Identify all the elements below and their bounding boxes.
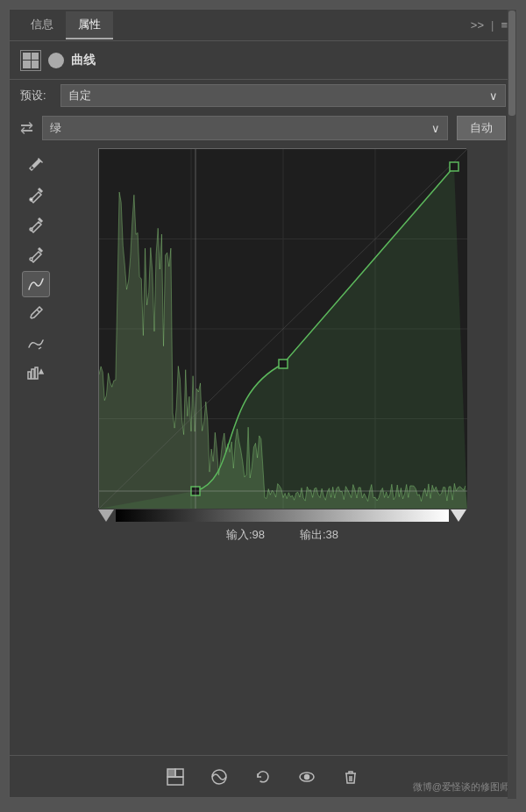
sample-tool[interactable] bbox=[22, 152, 50, 178]
input-value: 输入:98 bbox=[226, 527, 265, 543]
curve-area: 输入:98 输出:38 bbox=[55, 148, 509, 751]
svg-point-0 bbox=[30, 198, 32, 201]
curve-title-row: 曲线 bbox=[10, 41, 516, 80]
reset-button[interactable] bbox=[250, 764, 276, 790]
preset-arrow-icon: ∨ bbox=[489, 89, 498, 103]
white-point-slider[interactable] bbox=[451, 509, 466, 522]
tabs-row: 信息 属性 >> | ≡ bbox=[10, 10, 516, 41]
curve-canvas[interactable] bbox=[98, 148, 466, 508]
svg-rect-3 bbox=[28, 372, 31, 379]
svg-point-11 bbox=[305, 774, 309, 779]
watermark: 微博@爱怪谈的修图师 bbox=[413, 780, 509, 794]
io-row: 输入:98 输出:38 bbox=[98, 527, 466, 543]
curve-tool[interactable] bbox=[22, 271, 50, 297]
eye-button[interactable] bbox=[294, 764, 320, 790]
output-value: 输出:38 bbox=[300, 527, 338, 543]
channel-arrow-icon: ∨ bbox=[431, 122, 440, 135]
levels-warning-tool[interactable] bbox=[22, 360, 50, 387]
channel-select[interactable]: 绿 ∨ bbox=[42, 116, 448, 140]
svg-rect-6 bbox=[167, 769, 175, 777]
preset-row: 预设: 自定 ∨ bbox=[10, 80, 516, 111]
adjustment-grid-icon[interactable] bbox=[20, 50, 41, 71]
svg-point-2 bbox=[30, 258, 32, 260]
main-area: 输入:98 输出:38 bbox=[10, 145, 516, 755]
smooth-tool[interactable] bbox=[22, 331, 50, 357]
channel-swap-icon[interactable]: ⇄ bbox=[20, 118, 33, 138]
preset-value: 自定 bbox=[68, 88, 91, 103]
delete-button[interactable] bbox=[338, 764, 364, 790]
gradient-bar-row bbox=[98, 509, 466, 522]
scrollbar-thumb[interactable] bbox=[508, 11, 515, 116]
menu-icon[interactable]: ≡ bbox=[501, 18, 508, 32]
preset-select[interactable]: 自定 ∨ bbox=[60, 84, 506, 107]
black-point-slider[interactable] bbox=[98, 509, 114, 522]
expand-icon[interactable]: >> bbox=[471, 18, 484, 32]
channel-value: 绿 bbox=[50, 120, 61, 136]
eyedropper-black-tool[interactable] bbox=[22, 241, 50, 267]
tab-properties[interactable]: 属性 bbox=[66, 11, 113, 39]
svg-rect-4 bbox=[32, 369, 34, 379]
mask-circle-icon[interactable] bbox=[48, 53, 64, 68]
auto-button[interactable]: 自动 bbox=[457, 116, 506, 140]
gradient-bar bbox=[116, 509, 449, 522]
scrollbar[interactable] bbox=[508, 10, 516, 799]
channel-row: ⇄ 绿 ∨ 自动 bbox=[10, 111, 516, 145]
svg-point-1 bbox=[30, 228, 32, 231]
stamp-button[interactable] bbox=[162, 764, 188, 790]
curve-title: 曲线 bbox=[71, 53, 96, 68]
pencil-tool[interactable] bbox=[22, 301, 50, 327]
visibility-circle-button[interactable] bbox=[206, 764, 232, 790]
eyedropper-gray-tool[interactable] bbox=[22, 211, 50, 238]
tools-column bbox=[17, 148, 55, 751]
svg-rect-5 bbox=[35, 367, 38, 379]
eyedropper-white-tool[interactable] bbox=[22, 182, 50, 208]
tab-info[interactable]: 信息 bbox=[18, 11, 66, 39]
svg-rect-8 bbox=[167, 777, 183, 785]
preset-label: 预设: bbox=[20, 88, 52, 103]
svg-rect-7 bbox=[175, 769, 183, 777]
